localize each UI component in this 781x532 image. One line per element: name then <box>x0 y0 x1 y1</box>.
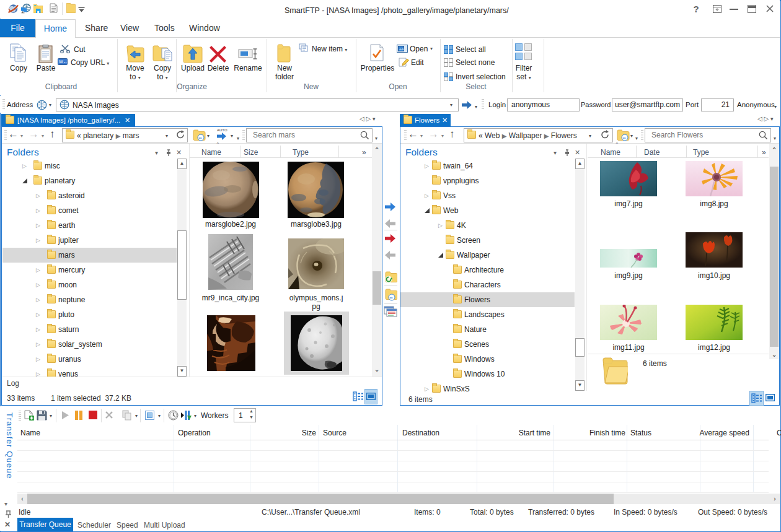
svg-text:∞: ∞ <box>390 295 393 300</box>
svg-text:∞: ∞ <box>199 136 202 140</box>
svg-text:∞: ∞ <box>623 136 626 140</box>
svg-text:W: W <box>59 59 63 64</box>
